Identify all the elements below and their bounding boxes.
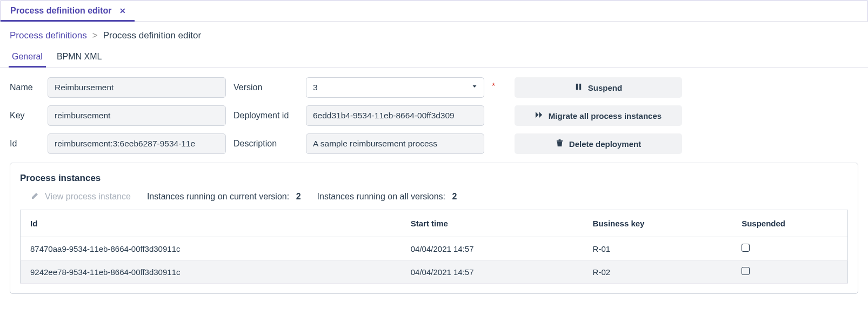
table-row[interactable]: 9242ee78-9534-11eb-8664-00ff3d30911c04/0… xyxy=(21,260,848,284)
cell-suspended xyxy=(732,237,847,260)
version-label: Version xyxy=(233,83,298,92)
cell-suspended xyxy=(732,260,847,284)
description-label: Description xyxy=(233,139,298,149)
svg-rect-1 xyxy=(579,84,581,90)
delete-button-label: Delete deployment xyxy=(569,139,641,149)
suspend-button[interactable]: Suspend xyxy=(515,77,682,98)
close-icon[interactable]: ✕ xyxy=(119,7,126,15)
cell-business-key: R-01 xyxy=(583,237,732,260)
pause-icon xyxy=(575,83,583,92)
tab-process-definition-editor[interactable]: Process definition editor ✕ xyxy=(1,1,135,21)
key-label: Key xyxy=(10,111,40,120)
fast-forward-icon xyxy=(535,111,543,120)
table-row[interactable]: 87470aa9-9534-11eb-8664-00ff3d30911c04/0… xyxy=(21,237,848,260)
subtabs: General BPMN XML xyxy=(0,43,868,68)
process-instances-panel: Process instances View process instance … xyxy=(10,163,858,294)
instances-table: Id Start time Business key Suspended 874… xyxy=(20,210,848,284)
cell-start-time: 04/04/2021 14:57 xyxy=(401,260,583,284)
tab-label: Process definition editor xyxy=(10,6,112,16)
pencil-icon xyxy=(31,191,39,202)
name-field: Reimbursement xyxy=(48,77,226,98)
suspended-checkbox[interactable] xyxy=(742,244,750,252)
description-field: A sample reimbursement process xyxy=(306,133,484,154)
migrate-button[interactable]: Migrate all process instances xyxy=(515,105,682,126)
deployment-id-label: Deployment id xyxy=(233,111,298,120)
caret-down-icon xyxy=(471,83,478,92)
cell-start-time: 04/04/2021 14:57 xyxy=(401,237,583,260)
suspend-button-label: Suspend xyxy=(588,83,622,92)
id-field: reimbursement:3:6eeb6287-9534-11e xyxy=(48,133,226,154)
id-label: Id xyxy=(10,139,40,149)
running-current-stat: Instances running on current version: 2 xyxy=(147,192,301,202)
deployment-id-field: 6edd31b4-9534-11eb-8664-00ff3d309 xyxy=(306,105,484,126)
trash-icon xyxy=(556,139,564,149)
migrate-button-label: Migrate all process instances xyxy=(549,111,662,120)
breadcrumb: Process definitions > Process definition… xyxy=(0,22,868,43)
cell-id: 87470aa9-9534-11eb-8664-00ff3d30911c xyxy=(21,237,401,260)
col-start-time[interactable]: Start time xyxy=(401,210,583,237)
col-suspended[interactable]: Suspended xyxy=(732,210,847,237)
table-header-row: Id Start time Business key Suspended xyxy=(21,210,848,237)
panel-title: Process instances xyxy=(20,173,848,184)
breadcrumb-separator: > xyxy=(92,30,98,41)
key-field: reimbursement xyxy=(48,105,226,126)
required-marker: * xyxy=(492,77,507,91)
cell-id: 9242ee78-9534-11eb-8664-00ff3d30911c xyxy=(21,260,401,284)
suspended-checkbox[interactable] xyxy=(742,267,750,275)
running-all-stat: Instances running on all versions: 2 xyxy=(317,192,457,202)
col-business-key[interactable]: Business key xyxy=(583,210,732,237)
subtab-bpmn-xml[interactable]: BPMN XML xyxy=(55,46,104,67)
view-process-instance-label: View process instance xyxy=(45,192,131,202)
version-select[interactable]: 3 xyxy=(306,77,484,98)
col-id[interactable]: Id xyxy=(21,210,401,237)
cell-business-key: R-02 xyxy=(583,260,732,284)
view-process-instance-link: View process instance xyxy=(20,191,131,202)
delete-deployment-button[interactable]: Delete deployment xyxy=(515,133,682,154)
svg-rect-0 xyxy=(576,84,578,90)
subtab-general[interactable]: General xyxy=(10,46,45,67)
main-tabbar: Process definition editor ✕ xyxy=(0,0,868,22)
version-value: 3 xyxy=(313,83,318,92)
breadcrumb-process-definitions[interactable]: Process definitions xyxy=(10,30,87,41)
name-label: Name xyxy=(10,83,40,92)
breadcrumb-current: Process definition editor xyxy=(103,30,201,41)
